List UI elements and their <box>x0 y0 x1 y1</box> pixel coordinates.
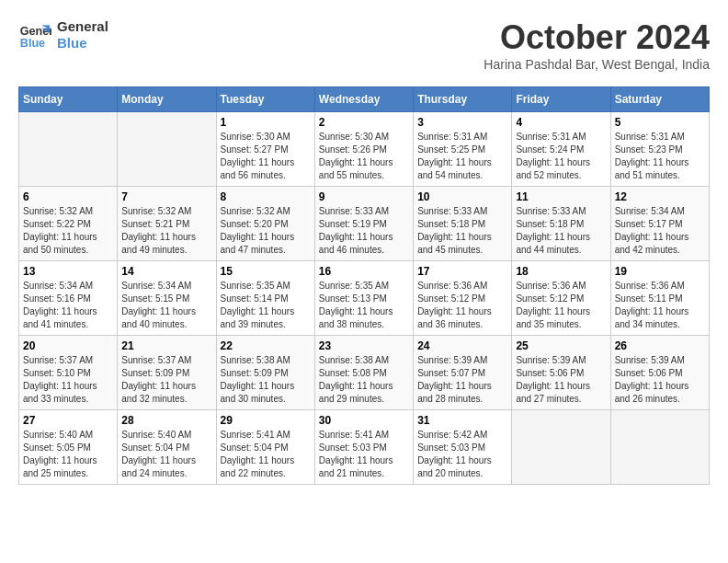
calendar-cell: 12Sunrise: 5:34 AM Sunset: 5:17 PM Dayli… <box>610 187 709 261</box>
day-info: Sunrise: 5:39 AM Sunset: 5:06 PM Dayligh… <box>615 354 705 406</box>
calendar-cell: 20Sunrise: 5:37 AM Sunset: 5:10 PM Dayli… <box>19 336 118 410</box>
calendar-cell: 25Sunrise: 5:39 AM Sunset: 5:06 PM Dayli… <box>512 336 610 410</box>
calendar-cell: 26Sunrise: 5:39 AM Sunset: 5:06 PM Dayli… <box>610 336 709 410</box>
day-info: Sunrise: 5:34 AM Sunset: 5:15 PM Dayligh… <box>121 280 211 331</box>
day-info: Sunrise: 5:34 AM Sunset: 5:16 PM Dayligh… <box>23 280 113 331</box>
calendar-cell: 11Sunrise: 5:33 AM Sunset: 5:18 PM Dayli… <box>512 187 610 261</box>
calendar-cell <box>610 410 709 485</box>
day-info: Sunrise: 5:33 AM Sunset: 5:18 PM Dayligh… <box>516 205 606 257</box>
calendar-cell: 30Sunrise: 5:41 AM Sunset: 5:03 PM Dayli… <box>314 410 413 485</box>
calendar-cell: 21Sunrise: 5:37 AM Sunset: 5:09 PM Dayli… <box>118 336 216 410</box>
day-number: 16 <box>319 265 409 278</box>
day-number: 14 <box>121 265 211 278</box>
logo-blue: Blue <box>57 35 108 52</box>
day-info: Sunrise: 5:31 AM Sunset: 5:24 PM Dayligh… <box>516 131 606 182</box>
day-info: Sunrise: 5:32 AM Sunset: 5:22 PM Dayligh… <box>23 205 113 257</box>
day-number: 28 <box>121 414 211 427</box>
column-header-thursday: Thursday <box>414 87 512 112</box>
day-info: Sunrise: 5:33 AM Sunset: 5:18 PM Dayligh… <box>417 205 507 257</box>
day-number: 3 <box>417 116 507 129</box>
calendar-cell: 1Sunrise: 5:30 AM Sunset: 5:27 PM Daylig… <box>216 112 314 187</box>
column-header-sunday: Sunday <box>19 87 118 112</box>
day-info: Sunrise: 5:35 AM Sunset: 5:13 PM Dayligh… <box>319 280 409 331</box>
calendar-cell: 15Sunrise: 5:35 AM Sunset: 5:14 PM Dayli… <box>216 261 314 336</box>
day-number: 10 <box>417 190 507 203</box>
logo-general: General <box>57 18 108 34</box>
day-number: 22 <box>221 339 311 352</box>
day-number: 5 <box>615 116 705 129</box>
day-number: 20 <box>23 339 113 352</box>
calendar-week-row: 20Sunrise: 5:37 AM Sunset: 5:10 PM Dayli… <box>19 336 710 410</box>
column-header-monday: Monday <box>118 87 216 112</box>
day-number: 2 <box>319 116 409 129</box>
svg-text:Blue: Blue <box>20 37 45 50</box>
day-info: Sunrise: 5:37 AM Sunset: 5:09 PM Dayligh… <box>121 354 211 406</box>
location: Harina Pashdal Bar, West Bengal, India <box>483 57 710 72</box>
calendar-cell: 13Sunrise: 5:34 AM Sunset: 5:16 PM Dayli… <box>19 261 118 336</box>
month-title: October 2024 <box>483 18 710 57</box>
day-number: 15 <box>221 265 311 278</box>
day-info: Sunrise: 5:40 AM Sunset: 5:05 PM Dayligh… <box>23 429 113 480</box>
calendar-cell: 22Sunrise: 5:38 AM Sunset: 5:09 PM Dayli… <box>216 336 314 410</box>
day-info: Sunrise: 5:39 AM Sunset: 5:06 PM Dayligh… <box>516 354 606 406</box>
day-info: Sunrise: 5:38 AM Sunset: 5:09 PM Dayligh… <box>221 354 311 406</box>
calendar-cell <box>512 410 610 485</box>
day-number: 1 <box>221 116 311 129</box>
day-number: 21 <box>121 339 211 352</box>
day-number: 25 <box>516 339 606 352</box>
calendar-cell: 16Sunrise: 5:35 AM Sunset: 5:13 PM Dayli… <box>314 261 413 336</box>
day-number: 24 <box>417 339 507 352</box>
title-area: October 2024 Harina Pashdal Bar, West Be… <box>483 18 710 72</box>
calendar-header-row: SundayMondayTuesdayWednesdayThursdayFrid… <box>19 87 710 112</box>
day-number: 29 <box>221 414 311 427</box>
day-number: 27 <box>23 414 113 427</box>
day-info: Sunrise: 5:42 AM Sunset: 5:03 PM Dayligh… <box>417 429 507 480</box>
day-info: Sunrise: 5:32 AM Sunset: 5:21 PM Dayligh… <box>121 205 211 257</box>
calendar-table: SundayMondayTuesdayWednesdayThursdayFrid… <box>18 86 710 485</box>
day-number: 31 <box>417 414 507 427</box>
calendar-cell: 18Sunrise: 5:36 AM Sunset: 5:12 PM Dayli… <box>512 261 610 336</box>
day-info: Sunrise: 5:35 AM Sunset: 5:14 PM Dayligh… <box>221 280 311 331</box>
calendar-cell: 17Sunrise: 5:36 AM Sunset: 5:12 PM Dayli… <box>414 261 512 336</box>
day-number: 6 <box>23 190 113 203</box>
calendar-cell: 23Sunrise: 5:38 AM Sunset: 5:08 PM Dayli… <box>314 336 413 410</box>
column-header-friday: Friday <box>512 87 610 112</box>
day-info: Sunrise: 5:36 AM Sunset: 5:11 PM Dayligh… <box>615 280 705 331</box>
day-info: Sunrise: 5:31 AM Sunset: 5:25 PM Dayligh… <box>417 131 507 182</box>
calendar-cell: 31Sunrise: 5:42 AM Sunset: 5:03 PM Dayli… <box>414 410 512 485</box>
day-number: 30 <box>319 414 409 427</box>
calendar-cell: 5Sunrise: 5:31 AM Sunset: 5:23 PM Daylig… <box>610 112 709 187</box>
day-number: 11 <box>516 190 606 203</box>
day-info: Sunrise: 5:39 AM Sunset: 5:07 PM Dayligh… <box>417 354 507 406</box>
calendar-week-row: 27Sunrise: 5:40 AM Sunset: 5:05 PM Dayli… <box>19 410 710 485</box>
calendar-week-row: 6Sunrise: 5:32 AM Sunset: 5:22 PM Daylig… <box>19 187 710 261</box>
day-info: Sunrise: 5:41 AM Sunset: 5:03 PM Dayligh… <box>319 429 409 480</box>
day-number: 4 <box>516 116 606 129</box>
calendar-cell: 3Sunrise: 5:31 AM Sunset: 5:25 PM Daylig… <box>414 112 512 187</box>
day-info: Sunrise: 5:36 AM Sunset: 5:12 PM Dayligh… <box>516 280 606 331</box>
column-header-saturday: Saturday <box>610 87 709 112</box>
calendar-cell <box>118 112 216 187</box>
calendar-cell: 7Sunrise: 5:32 AM Sunset: 5:21 PM Daylig… <box>118 187 216 261</box>
day-info: Sunrise: 5:37 AM Sunset: 5:10 PM Dayligh… <box>23 354 113 406</box>
day-number: 19 <box>615 265 705 278</box>
calendar-cell: 6Sunrise: 5:32 AM Sunset: 5:22 PM Daylig… <box>19 187 118 261</box>
column-header-tuesday: Tuesday <box>216 87 314 112</box>
calendar-cell: 8Sunrise: 5:32 AM Sunset: 5:20 PM Daylig… <box>216 187 314 261</box>
calendar-cell: 9Sunrise: 5:33 AM Sunset: 5:19 PM Daylig… <box>314 187 413 261</box>
day-info: Sunrise: 5:41 AM Sunset: 5:04 PM Dayligh… <box>221 429 311 480</box>
day-number: 26 <box>615 339 705 352</box>
calendar-cell: 10Sunrise: 5:33 AM Sunset: 5:18 PM Dayli… <box>414 187 512 261</box>
calendar-cell: 29Sunrise: 5:41 AM Sunset: 5:04 PM Dayli… <box>216 410 314 485</box>
calendar-cell: 4Sunrise: 5:31 AM Sunset: 5:24 PM Daylig… <box>512 112 610 187</box>
day-number: 23 <box>319 339 409 352</box>
day-number: 7 <box>121 190 211 203</box>
logo-icon: General Blue <box>18 18 51 52</box>
page-header: General Blue General Blue October 2024 H… <box>18 18 710 72</box>
column-header-wednesday: Wednesday <box>314 87 413 112</box>
day-info: Sunrise: 5:36 AM Sunset: 5:12 PM Dayligh… <box>417 280 507 331</box>
calendar-week-row: 13Sunrise: 5:34 AM Sunset: 5:16 PM Dayli… <box>19 261 710 336</box>
day-number: 17 <box>417 265 507 278</box>
day-number: 18 <box>516 265 606 278</box>
calendar-week-row: 1Sunrise: 5:30 AM Sunset: 5:27 PM Daylig… <box>19 112 710 187</box>
